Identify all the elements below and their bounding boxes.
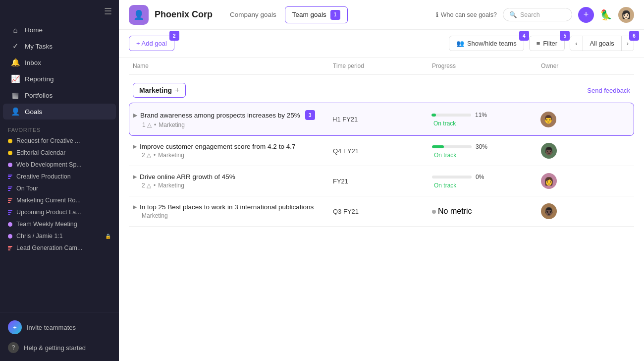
goal-owner-col: 👨🏿 xyxy=(541,143,630,159)
goal-period: Q4 FY21 xyxy=(333,147,432,155)
user-avatar[interactable]: 👩🏻 xyxy=(618,7,634,23)
goal-name-row: ▶Brand awareness among prospects increas… xyxy=(133,110,332,120)
grid-icon: ▦ xyxy=(11,91,20,100)
goal-period: H1 FY21 xyxy=(332,116,431,123)
fav-on-tour[interactable]: On Tour xyxy=(0,182,119,194)
help-label: Help & getting started xyxy=(24,344,86,352)
badge-2: 2 xyxy=(169,31,179,41)
help-item[interactable]: ? Help & getting started xyxy=(0,338,119,357)
fav-item-label: Lead Generation Cam... xyxy=(16,244,82,251)
table-row[interactable]: ▶In top 25 Best places to work in 3 inte… xyxy=(129,196,634,227)
who-can-see[interactable]: ℹ Who can see goals? xyxy=(436,11,497,18)
goal-progress-col: 0%On track xyxy=(432,174,541,189)
bar-icon xyxy=(8,246,12,250)
sidebar-item-reporting[interactable]: 📈 Reporting xyxy=(3,71,116,87)
search-box[interactable]: 🔍 Search xyxy=(503,8,572,21)
col-name: Name xyxy=(133,62,333,69)
sidebar-item-portfolios[interactable]: ▦ Portfolios xyxy=(3,87,116,103)
sidebar-item-my-tasks[interactable]: ✓ My Tasks xyxy=(3,38,116,54)
fav-editorial-calendar[interactable]: Editorial Calendar xyxy=(0,147,119,159)
sidebar-item-home[interactable]: ⌂ Home xyxy=(3,22,116,38)
send-feedback-link[interactable]: Send feedback xyxy=(587,87,630,94)
sidebar-item-label: Portfolios xyxy=(25,92,53,99)
bar-icon xyxy=(8,210,12,215)
filter-wrapper: ≡ Filter 5 xyxy=(529,36,565,51)
main-content: 👤 Phoenix Corp Company goals Team goals … xyxy=(119,0,644,361)
bell-icon: 🔔 xyxy=(11,58,20,67)
section-header-marketing: Marketing + Send feedback xyxy=(129,75,634,103)
company-avatar[interactable]: 👤 xyxy=(129,5,149,25)
fav-chris-jamie[interactable]: Chris / Jamie 1:1🔒 xyxy=(0,230,119,242)
bar-icon xyxy=(8,186,12,191)
dot-sep: • xyxy=(154,182,156,189)
fav-marketing-current[interactable]: Marketing Current Ro... xyxy=(0,194,119,206)
goal-owner-col: 👩 xyxy=(541,173,630,189)
tab-company-goals[interactable]: Company goals xyxy=(222,7,284,22)
prev-arrow[interactable]: ‹ xyxy=(570,36,583,51)
progress-status: On track xyxy=(432,120,540,127)
goal-name-row: ▶In top 25 Best places to work in 3 inte… xyxy=(133,203,333,211)
table-row[interactable]: ▶Brand awareness among prospects increas… xyxy=(129,103,634,136)
tab-team-goals[interactable]: Team goals 1 xyxy=(285,6,348,23)
table-row[interactable]: ▶Drive online ARR growth of 45%2 △•Marke… xyxy=(129,166,634,196)
goal-progress-col: No metric xyxy=(432,207,541,216)
fav-item-label: On Tour xyxy=(16,185,38,192)
progress-status: On track xyxy=(433,152,541,159)
sidebar: ☰ ⌂ Home ✓ My Tasks 🔔 Inbox 📈 Reporting … xyxy=(0,0,119,361)
col-period: Time period xyxy=(333,62,432,69)
sidebar-item-label: Goals xyxy=(25,108,42,116)
sidebar-item-label: My Tasks xyxy=(25,43,53,50)
goal-name-row: ▶Improve customer engagement score from … xyxy=(133,143,333,150)
chevron-right-icon: ▶ xyxy=(133,204,137,210)
show-hide-teams-button[interactable]: 👥 Show/hide teams xyxy=(449,36,524,51)
invite-label: Invite teammates xyxy=(27,324,76,331)
team-name: Marketing xyxy=(142,212,168,219)
goal-meta: 1 △•Marketing xyxy=(133,121,332,128)
show-hide-wrapper: 👥 Show/hide teams 4 xyxy=(449,36,524,51)
sidebar-top: ☰ xyxy=(0,0,119,20)
info-icon: ℹ xyxy=(436,11,438,18)
sidebar-item-goals[interactable]: 👤 Goals xyxy=(3,104,116,120)
sidebar-bottom: + Invite teammates ? Help & getting star… xyxy=(0,312,119,361)
dot-icon xyxy=(8,222,12,227)
sub-count: 2 △ xyxy=(142,152,151,159)
goal-progress-col: 30%On track xyxy=(432,143,541,159)
table-row[interactable]: ▶Improve customer engagement score from … xyxy=(129,136,634,166)
goal-name-text: Improve customer engagement score from 4… xyxy=(140,143,295,150)
invite-teammates-item[interactable]: + Invite teammates xyxy=(0,316,119,338)
progress-pct: 11% xyxy=(475,112,487,119)
goal-name-text: In top 25 Best places to work in 3 inter… xyxy=(140,203,314,211)
fav-item-label: Team Weekly Meeting xyxy=(16,221,77,228)
fav-lead-gen[interactable]: Lead Generation Cam... xyxy=(0,242,119,254)
sidebar-nav: ⌂ Home ✓ My Tasks 🔔 Inbox 📈 Reporting ▦ … xyxy=(0,20,119,122)
favorites-list: Request for Creative ...Editorial Calend… xyxy=(0,135,119,312)
dot-sep: • xyxy=(154,152,156,159)
sidebar-toggle-icon[interactable]: ☰ xyxy=(104,6,112,17)
table-header: Name Time period Progress Owner xyxy=(129,58,634,75)
progress-bar-bg xyxy=(432,176,472,179)
sidebar-item-inbox[interactable]: 🔔 Inbox xyxy=(3,55,116,70)
goal-name-col: ▶Brand awareness among prospects increas… xyxy=(133,110,332,128)
fav-request-creative[interactable]: Request for Creative ... xyxy=(0,135,119,147)
bird-icon[interactable]: 🦜 xyxy=(600,9,612,21)
goal-name-col: ▶In top 25 Best places to work in 3 inte… xyxy=(133,203,333,219)
progress-bar-fill xyxy=(432,145,444,148)
add-goal-button[interactable]: + Add goal xyxy=(129,36,174,51)
chevron-right-icon: ▶ xyxy=(133,143,137,150)
fav-item-label: Request for Creative ... xyxy=(16,137,80,144)
goal-name-text: Brand awareness among prospects increase… xyxy=(140,112,300,119)
fav-upcoming-product[interactable]: Upcoming Product La... xyxy=(0,206,119,218)
people-icon: 👥 xyxy=(456,40,464,47)
add-button[interactable]: + xyxy=(578,7,594,23)
fav-team-weekly[interactable]: Team Weekly Meeting xyxy=(0,218,119,230)
col-owner: Owner xyxy=(541,62,630,69)
fav-web-dev[interactable]: Web Development Sp... xyxy=(0,159,119,171)
fav-item-label: Chris / Jamie 1:1 xyxy=(16,233,63,240)
section-title-box[interactable]: Marketing + xyxy=(133,83,186,98)
lock-icon: 🔒 xyxy=(105,234,111,239)
fav-creative-production[interactable]: Creative Production xyxy=(0,171,119,182)
check-icon: ✓ xyxy=(11,42,20,51)
team-name: Marketing xyxy=(158,182,184,189)
fav-item-label: Upcoming Product La... xyxy=(16,209,81,216)
team-name: Marketing xyxy=(158,152,184,159)
